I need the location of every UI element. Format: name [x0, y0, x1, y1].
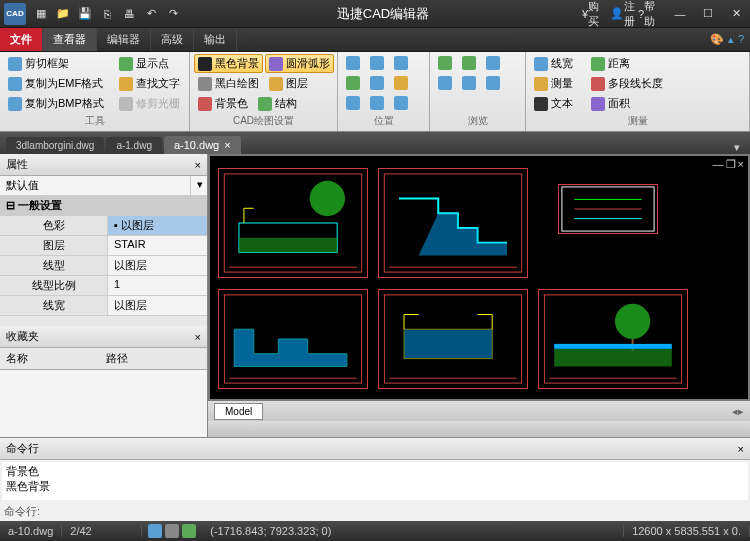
svg-rect-16: [544, 295, 681, 383]
btn-distance[interactable]: 距离: [587, 54, 634, 73]
qat-saveall[interactable]: ⎘: [96, 3, 118, 25]
close-button[interactable]: ✕: [722, 3, 750, 25]
nav-last[interactable]: [482, 74, 504, 92]
svg-rect-14: [404, 329, 492, 358]
fav-close-icon[interactable]: ×: [195, 331, 201, 343]
cmd-prompt: 命令行:: [4, 504, 40, 519]
svg-rect-3: [239, 238, 337, 253]
props-header: 属性×: [0, 154, 207, 176]
qat-print[interactable]: 🖶: [118, 3, 140, 25]
register-link[interactable]: 👤 注册: [610, 3, 638, 25]
pos-btn-2[interactable]: [366, 54, 388, 72]
btn-bg-color[interactable]: 背景色: [194, 94, 252, 113]
grid-toggle[interactable]: [165, 524, 179, 538]
btn-area[interactable]: 面积: [587, 94, 634, 113]
fav-list: [0, 370, 207, 437]
prop-color-val[interactable]: ▪ 以图层: [108, 216, 207, 235]
help-button[interactable]: ?: [738, 33, 744, 46]
model-tab[interactable]: Model: [214, 403, 263, 420]
cat-general[interactable]: ⊟ 一般设置: [0, 196, 207, 215]
tab-file[interactable]: 文件: [0, 28, 43, 51]
btn-polyline-length[interactable]: 多段线长度: [587, 74, 667, 93]
group-position-label: 位置: [342, 113, 425, 129]
group-tools-label: 工具: [4, 113, 185, 129]
qat-redo[interactable]: ↷: [162, 3, 184, 25]
status-filename: a-10.dwg: [0, 525, 62, 537]
close-tab-icon[interactable]: ×: [224, 139, 230, 151]
btn-copy-frame[interactable]: 剪切框架: [4, 54, 109, 73]
tab-output[interactable]: 输出: [194, 28, 237, 51]
btn-text[interactable]: 文本: [530, 94, 577, 113]
prop-lscale-val[interactable]: 1: [108, 276, 207, 295]
btn-smooth-arc[interactable]: 圆滑弧形: [265, 54, 334, 73]
doc-tab-3[interactable]: a-10.dwg×: [164, 136, 241, 154]
help-link[interactable]: ? 帮助: [638, 3, 666, 25]
qat-new[interactable]: ▦: [30, 3, 52, 25]
group-measure-label: 测量: [530, 113, 745, 129]
btn-layer[interactable]: 图层: [265, 74, 312, 93]
qat-save[interactable]: 💾: [74, 3, 96, 25]
qat-open[interactable]: 📁: [52, 3, 74, 25]
snap-toggle[interactable]: [148, 524, 162, 538]
layout-next[interactable]: ▸: [738, 405, 744, 418]
group-cad-settings-label: CAD绘图设置: [194, 113, 333, 129]
nav-first[interactable]: [458, 74, 480, 92]
command-input[interactable]: [44, 504, 746, 519]
pos-btn-7[interactable]: [342, 94, 364, 112]
cmd-close-icon[interactable]: ×: [738, 443, 744, 455]
fav-columns: 名称路径: [0, 348, 207, 370]
prop-lweight-key: 线宽: [0, 296, 108, 315]
prop-layer-val[interactable]: STAIR: [108, 236, 207, 255]
nav-next[interactable]: [434, 74, 456, 92]
pos-btn-3[interactable]: [390, 54, 412, 72]
btn-copy-bmp[interactable]: 复制为BMP格式: [4, 94, 109, 113]
default-dropdown[interactable]: ▾: [191, 176, 207, 195]
btn-line-width[interactable]: 线宽: [530, 54, 577, 73]
style-button[interactable]: 🎨: [710, 33, 724, 46]
nav-back[interactable]: [434, 54, 456, 72]
doc-tab-2[interactable]: a-1.dwg: [106, 137, 162, 154]
btn-find-text[interactable]: 查找文字: [115, 74, 185, 93]
btn-measure[interactable]: 测量: [530, 74, 577, 93]
command-input-row: 命令行:: [0, 502, 750, 521]
btn-trim-raster[interactable]: 修剪光栅: [115, 94, 185, 113]
ortho-toggle[interactable]: [182, 524, 196, 538]
props-close-icon[interactable]: ×: [195, 159, 201, 171]
pos-btn-8[interactable]: [366, 94, 388, 112]
properties-panel: 属性× 默认值▾ ⊟ 一般设置 色彩▪ 以图层 图层STAIR 线型以图层 线型…: [0, 154, 208, 437]
nav-prev[interactable]: [482, 54, 504, 72]
prop-lweight-val[interactable]: 以图层: [108, 296, 207, 315]
btn-copy-emf[interactable]: 复制为EMF格式: [4, 74, 109, 93]
pos-btn-4[interactable]: [342, 74, 364, 92]
canvas-min-icon[interactable]: —: [713, 158, 724, 171]
minimize-button[interactable]: —: [666, 3, 694, 25]
qat-undo[interactable]: ↶: [140, 3, 162, 25]
tab-advanced[interactable]: 高级: [151, 28, 194, 51]
canvas-max-icon[interactable]: ❐: [726, 158, 736, 171]
btn-bw-draw[interactable]: 黑白绘图: [194, 74, 263, 93]
btn-show-point[interactable]: 显示点: [115, 54, 185, 73]
cmd-header: 命令行×: [0, 438, 750, 460]
drawing-canvas[interactable]: —❐×: [210, 156, 748, 399]
h-scrollbar[interactable]: [208, 421, 750, 437]
canvas-close-icon[interactable]: ×: [738, 158, 744, 171]
maximize-button[interactable]: ☐: [694, 3, 722, 25]
tab-editor[interactable]: 编辑器: [97, 28, 151, 51]
svg-rect-20: [554, 344, 672, 349]
buy-link[interactable]: ¥ 购买: [582, 3, 610, 25]
pos-btn-6[interactable]: [390, 74, 412, 92]
prop-ltype-val[interactable]: 以图层: [108, 256, 207, 275]
pos-btn-1[interactable]: [342, 54, 364, 72]
prop-layer-key: 图层: [0, 236, 108, 255]
tab-viewer[interactable]: 查看器: [43, 28, 97, 51]
pos-btn-5[interactable]: [366, 74, 388, 92]
prop-lscale-key: 线型比例: [0, 276, 108, 295]
btn-black-bg[interactable]: 黑色背景: [194, 54, 263, 73]
min-ribbon-button[interactable]: ▴: [728, 33, 734, 46]
btn-structure[interactable]: 结构: [254, 94, 301, 113]
tab-overflow[interactable]: ▾: [730, 141, 744, 154]
app-title: 迅捷CAD编辑器: [184, 5, 582, 23]
nav-fwd[interactable]: [458, 54, 480, 72]
pos-btn-9[interactable]: [390, 94, 412, 112]
doc-tab-1[interactable]: 3dlamborgini.dwg: [6, 137, 104, 154]
